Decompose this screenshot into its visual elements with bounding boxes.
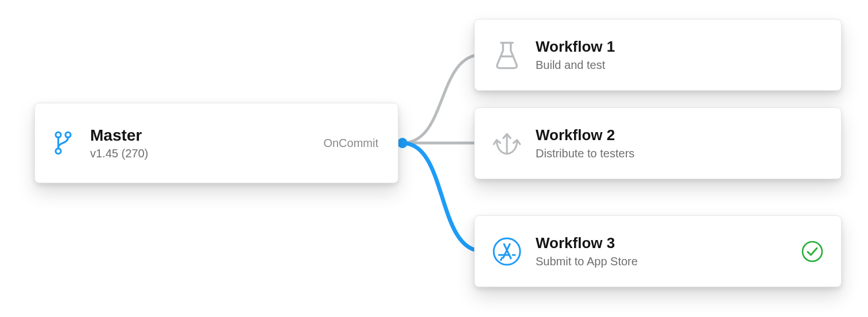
source-branch-version: v1.45 (270) [90, 147, 323, 160]
workflow-subtitle: Distribute to testers [536, 147, 825, 160]
workflow-title: Workflow 1 [536, 38, 825, 56]
svg-point-16 [803, 242, 822, 261]
workflow-title: Workflow 2 [536, 126, 825, 144]
svg-point-0 [397, 138, 408, 148]
svg-line-15 [501, 258, 502, 260]
flask-icon [491, 40, 523, 70]
workflow-card-3[interactable]: Workflow 3 Submit to App Store [474, 215, 842, 287]
workflow-title: Workflow 3 [536, 234, 800, 252]
workflow-subtitle: Build and test [536, 59, 825, 72]
pipeline-diagram: Master v1.45 (270) OnCommit Workflow 1 B… [0, 0, 868, 317]
status-success-icon [800, 240, 825, 263]
git-branch-icon [51, 130, 75, 156]
svg-line-11 [504, 244, 511, 258]
appstore-icon [491, 237, 523, 266]
workflow-card-2[interactable]: Workflow 2 Distribute to testers [474, 107, 842, 179]
source-branch-title: Master [90, 126, 323, 145]
trigger-label: OnCommit [323, 137, 378, 150]
source-branch-card[interactable]: Master v1.45 (270) OnCommit [34, 103, 398, 183]
workflow-subtitle: Submit to App Store [536, 255, 800, 268]
workflow-card-1[interactable]: Workflow 1 Build and test [474, 19, 842, 91]
distribute-icon [491, 129, 523, 158]
